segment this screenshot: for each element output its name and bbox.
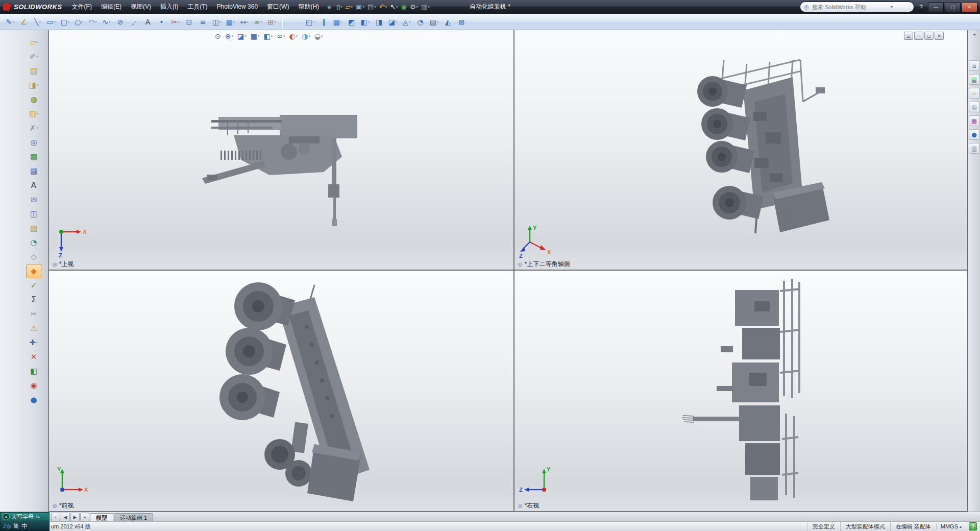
menu-item[interactable]: 帮助(H)	[293, 0, 324, 14]
left-tool-17-icon[interactable]: ◆	[27, 264, 41, 278]
menu-item[interactable]: 工具(T)	[183, 0, 212, 14]
move-component-icon[interactable]: ◧▾	[358, 15, 372, 29]
assembly-features-icon[interactable]: ◪▾	[386, 15, 400, 29]
move-entities-icon[interactable]: ↔▾	[237, 15, 251, 29]
text-icon[interactable]: A	[141, 15, 155, 29]
view-settings-icon[interactable]: ◒▾	[313, 31, 325, 41]
viewport-top-right[interactable]: Y X Z ◎ *上下二等角轴测	[514, 30, 967, 270]
arc-icon[interactable]: ◠▾	[86, 15, 100, 29]
help-icon[interactable]: ?	[917, 4, 925, 11]
sketch-fillet-icon[interactable]: ◞▾	[127, 15, 141, 29]
menu-item[interactable]: 视图(V)	[126, 0, 156, 14]
convert-entities-icon[interactable]: ⊡	[182, 15, 196, 29]
viewport-top-left[interactable]: X Z ◎ *上视	[49, 30, 513, 270]
task-pane-collapse-icon[interactable]: ◂	[973, 32, 975, 37]
select-icon[interactable]: ↖▾	[388, 2, 399, 12]
left-tool-22-icon[interactable]: ✚▾	[27, 336, 41, 349]
resources-icon[interactable]: ⌂	[969, 60, 979, 71]
rectangle-icon[interactable]: ▭▾	[44, 15, 58, 29]
left-tool-2-icon[interactable]: ✐▾	[27, 50, 41, 63]
zoom-area-icon[interactable]: ⊕▾	[224, 31, 235, 41]
smart-fasteners-icon[interactable]: ◩	[345, 15, 358, 29]
ime-search-icon[interactable]: ◎	[6, 523, 11, 529]
custom-properties-icon[interactable]: ▥	[969, 143, 979, 154]
tab-scroll-button[interactable]: »	[80, 513, 89, 521]
viewport-close-button[interactable]: ✕	[935, 32, 944, 40]
hide-show-items-icon[interactable]: ∞▾	[275, 31, 286, 41]
left-tool-14-icon[interactable]: ▨	[27, 222, 41, 235]
point-icon[interactable]: •	[155, 15, 168, 29]
minimize-button[interactable]: —	[928, 2, 944, 12]
left-tool-25-icon[interactable]: ◉	[27, 379, 41, 392]
view-orientation-icon[interactable]: ▦▾	[249, 31, 261, 41]
units-selector[interactable]: MMGS ▴	[936, 523, 966, 529]
slot-icon[interactable]: ▢▾	[58, 15, 72, 29]
assembly-model-isometric-view[interactable]	[514, 30, 967, 270]
menu-item[interactable]: PhotoView 360	[212, 0, 263, 14]
menu-item[interactable]: 文件(F)	[67, 0, 96, 14]
circle-icon[interactable]: ○▾	[72, 15, 86, 29]
show-hidden-components-icon[interactable]: ◨	[372, 15, 386, 29]
linear-sketch-pattern-icon[interactable]: ▦▾	[224, 15, 237, 29]
section-view-icon[interactable]: ◪▾	[236, 31, 248, 41]
left-tool-5-icon[interactable]: ◍	[27, 93, 41, 106]
viewport-minimize-button[interactable]: —	[914, 32, 923, 40]
print-icon[interactable]: ▤▾	[366, 2, 378, 12]
menu-pin-icon[interactable]: ◉	[324, 5, 335, 10]
search-dropdown-icon[interactable]: ▾	[891, 5, 893, 9]
left-tool-18-icon[interactable]: ✓	[27, 279, 41, 292]
search-input[interactable]	[811, 4, 889, 11]
ellipse-icon[interactable]: ⊘	[113, 15, 127, 29]
document-tab[interactable]: 模型	[90, 513, 113, 522]
reference-geometry-icon[interactable]: ◬▾	[400, 15, 413, 29]
close-button[interactable]: ✕	[962, 2, 977, 12]
trim-entities-icon[interactable]: ✂▾	[168, 15, 182, 29]
tab-scroll-button[interactable]: ◀	[61, 513, 70, 521]
left-tool-24-icon[interactable]: ◧	[27, 365, 41, 378]
mate-icon[interactable]: ∥	[317, 15, 331, 29]
search-icon[interactable]: ◎	[969, 102, 979, 112]
left-tool-13-icon[interactable]: ◫	[27, 207, 41, 221]
exploded-view-icon[interactable]: ◭	[441, 15, 455, 29]
undo-icon[interactable]: ↶▾	[378, 2, 388, 12]
appearances-scenes-icon[interactable]: ●	[969, 129, 979, 140]
apply-scene-icon[interactable]: ◑▾	[300, 31, 312, 41]
left-tool-6-icon[interactable]: ▥▾	[27, 107, 41, 120]
insert-components-icon[interactable]: ◰▾	[303, 15, 317, 29]
left-tool-23-icon[interactable]: ✕	[27, 350, 41, 364]
left-tool-3-icon[interactable]: ▤	[27, 64, 41, 78]
design-library-icon[interactable]: ▤	[969, 74, 979, 85]
large-assembly-mode-icon[interactable]: ⊠	[455, 15, 469, 29]
viewport-bottom-left[interactable]: Y X ◎ *前视	[49, 271, 513, 511]
smart-dimension-icon[interactable]: ∠	[17, 15, 31, 29]
left-tool-20-icon[interactable]: ✂	[27, 307, 41, 321]
status-help-icon[interactable]: ?	[969, 522, 977, 530]
spline-icon[interactable]: ∿▾	[100, 15, 113, 29]
ime-extra-icon[interactable]: ▸	[38, 515, 40, 519]
left-tool-4-icon[interactable]: ◨▾	[27, 79, 41, 92]
maximize-button[interactable]: ▢	[945, 2, 961, 12]
viewport-restore-button[interactable]: ◱	[904, 32, 913, 40]
rebuild-icon[interactable]: ◉	[400, 2, 408, 12]
ime-mode-label[interactable]: 中	[21, 522, 27, 530]
menu-item[interactable]: 编辑(E)	[96, 0, 126, 14]
left-tool-11-icon[interactable]: A	[27, 179, 41, 192]
left-tool-26-icon[interactable]: ●	[27, 393, 41, 406]
viewport-bottom-right[interactable]: Y Z ◎ *右视	[514, 271, 967, 511]
save-icon[interactable]: ▣▾	[354, 2, 366, 12]
left-tool-16-icon[interactable]: ◇	[27, 250, 41, 263]
assembly-model-front-view[interactable]	[49, 271, 513, 511]
bill-of-materials-icon[interactable]: ▤▾	[427, 15, 441, 29]
display-relations-icon[interactable]: ∞▾	[251, 15, 265, 29]
quick-snaps-icon[interactable]: ⊞▾	[265, 15, 279, 29]
document-tab[interactable]: 运动算例 1	[114, 513, 153, 522]
linear-component-pattern-icon[interactable]: ▦▾	[331, 15, 345, 29]
left-tool-7-icon[interactable]: ✗▾	[27, 122, 41, 135]
menu-item[interactable]: 窗口(W)	[262, 0, 293, 14]
mirror-entities-icon[interactable]: ◫▾	[210, 15, 224, 29]
open-icon[interactable]: ▱▾	[344, 2, 355, 12]
new-document-icon[interactable]: ▯▾	[335, 2, 344, 12]
left-tool-8-icon[interactable]: ◎	[27, 136, 41, 149]
left-tool-1-icon[interactable]: ▱▾	[27, 36, 41, 49]
menu-item[interactable]: 插入(I)	[156, 0, 183, 14]
